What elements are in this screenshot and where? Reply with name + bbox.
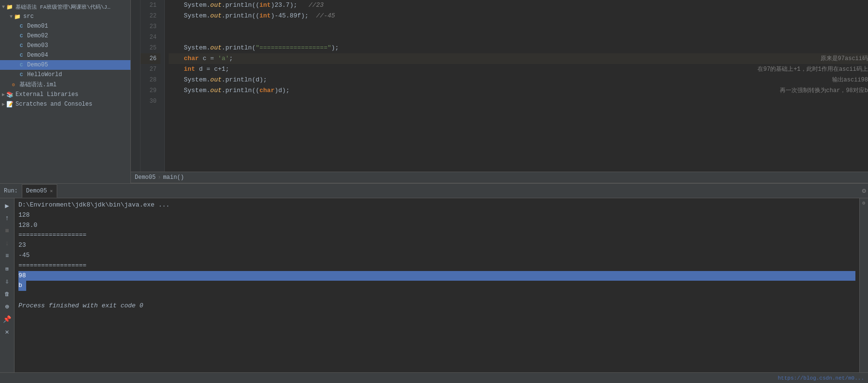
class-icon-demo02: C [17,32,25,40]
breadcrumb-file[interactable]: Demo05 [135,174,156,181]
expand-arrow-scratches: ▶ [2,101,5,107]
code-text-28: System.out.println(d); [169,75,813,85]
run-tab-demo05[interactable]: Demo05 ✕ [22,184,57,198]
scratches-icon: 📝 [6,100,14,108]
annotation-28: 输出ascii98 [832,75,868,85]
sidebar-ext-libraries-label: External Libraries [16,91,79,98]
run-settings-icon[interactable]: ⚙ [860,187,868,195]
breadcrumb-separator: › [158,174,161,181]
code-line-28: System.out.println(d); 输出ascii98 [169,75,868,85]
code-editor[interactable]: System.out.println((int)23.7); //23 Syst… [165,0,868,172]
line-num-22: 22 [141,11,160,21]
code-line-26: char c = 'a'; 原来是97ascii码 [169,53,868,64]
sidebar-item-demo05[interactable]: C Demo05 [0,60,130,70]
expand-arrow-src: ▼ [10,14,13,19]
code-text-29: System.out.println((char)d); [169,85,760,96]
run-tab-close[interactable]: ✕ [50,188,53,194]
folder-icon-root: 📁 [6,3,14,11]
sidebar-root-label: 基础语法 FA班级管理\网课班\代码\JavaSE\基 [16,3,112,11]
sidebar-item-demo02[interactable]: C Demo02 [0,31,130,41]
code-line-24 [169,32,868,43]
code-text-25: System.out.println("==================")… [169,43,868,53]
console-output[interactable]: D:\Environment\jdk8\jdk\bin\java.exe ...… [15,198,859,372]
code-line-21: System.out.println((int)23.7); //23 [169,0,868,11]
code-line-30 [169,96,868,107]
annotation-26: 原来是97ascii码 [821,53,868,64]
console-out-sep2: ================== [18,261,855,271]
class-icon-demo03: C [17,42,25,49]
status-url[interactable]: https://blog.csdn.net/m0... [778,375,864,381]
annotation-29: 再一次强制转换为char，98对应b [780,85,868,96]
class-icon-demo01: C [17,22,25,30]
console-out-b[interactable]: b [18,281,26,291]
sidebar-item-demo01[interactable]: C Demo01 [0,21,130,31]
down-button[interactable]: ↓ [2,238,13,249]
code-line-27: int d = c+1; 在97的基础上+1，此时1作用在ascii码上 [169,64,868,75]
code-text-26: char c = 'a'; [169,53,801,64]
console-toolbar: ▶ ↑ ■ ↓ ≡ ⊞ ⇩ 🗑 ⊕ 📌 ✕ [0,198,15,372]
run-tabs-bar: Run: Demo05 ✕ ⚙ [0,184,868,198]
class-icon-demo05: C [17,61,25,69]
clear-button[interactable]: 🗑 [2,288,13,299]
sidebar-demo03-label: Demo03 [27,42,48,49]
console-out-98[interactable]: 98 [18,271,855,281]
sidebar-item-iml[interactable]: ⚙ 基础语法.iml [0,80,130,90]
line-num-26: 26 [141,53,160,64]
sidebar-demo01-label: Demo01 [27,23,48,30]
gutter [131,0,141,172]
console-out-sep1: ================== [18,230,855,240]
line-num-28: 28 [141,75,160,85]
code-text-27: int d = c+1; [169,64,738,75]
filter-button[interactable]: ⊕ [2,301,13,312]
class-icon-helloworld: C [17,71,25,79]
line-num-30: 30 [141,96,160,107]
line-num-24: 24 [141,32,160,43]
code-line-22: System.out.println((int)-45.89f); //-45 [169,11,868,21]
console-out-23: 23 [18,240,855,251]
sidebar-item-external-libraries[interactable]: ▶ 📚 External Libraries [0,90,130,99]
annotation-27: 在97的基础上+1，此时1作用在ascii码上 [758,64,868,75]
console-wrapper: ▶ ↑ ■ ↓ ≡ ⊞ ⇩ 🗑 ⊕ 📌 ✕ D:\Environment\jdk… [0,198,868,372]
run-tab-label: Demo05 [26,188,47,194]
code-line-25: System.out.println("==================")… [169,43,868,53]
breadcrumb: Demo05 › main() [131,172,868,183]
status-bar: https://blog.csdn.net/m0... [0,372,868,383]
sidebar-item-demo03[interactable]: C Demo03 [0,41,130,50]
sidebar-item-helloworld[interactable]: C HelloWorld [0,70,130,80]
pin-button[interactable]: 📌 [2,314,13,324]
close-button[interactable]: ✕ [2,326,13,337]
run-settings-icon-area: ⚙ [860,184,868,198]
sidebar-src-label: src [23,13,34,20]
sidebar-scratches-label: Scratches and Consoles [16,101,92,108]
sidebar-item-demo04[interactable]: C Demo04 [0,50,130,60]
stop-button[interactable]: ■ [2,225,13,236]
expand-arrow-root: ▼ [2,4,5,10]
iml-icon: ⚙ [10,81,17,89]
scroll-end-button[interactable]: ⇩ [2,276,13,287]
console-empty-line [18,291,855,301]
line-num-29: 29 [141,85,160,96]
sidebar-item-root[interactable]: ▼ 📁 基础语法 FA班级管理\网课班\代码\JavaSE\基 [0,2,130,12]
console-exit-line: Process finished with exit code 0 [18,301,855,311]
line-num-21: 21 [141,0,160,11]
format-button[interactable]: ≡ [2,251,13,261]
console-out-neg45: -45 [18,251,855,261]
sidebar-demo04-label: Demo04 [27,52,48,59]
sidebar-item-scratches[interactable]: ▶ 📝 Scratches and Consoles [0,99,130,109]
code-text-21: System.out.println((int)23.7); //23 [169,0,868,11]
run-tabs-container: Demo05 ✕ [22,184,866,198]
line-num-25: 25 [141,43,160,53]
dump-button[interactable]: ⊞ [2,263,13,274]
breadcrumb-method[interactable]: main() [163,174,184,181]
code-text-22: System.out.println((int)-45.89f); //-45 [169,11,868,21]
sidebar-iml-label: 基础语法.iml [19,80,57,89]
rerun-button[interactable]: ↑ [2,213,13,223]
code-line-29: System.out.println((char)d); 再一次强制转换为cha… [169,85,868,96]
sidebar-item-src[interactable]: ▼ 📁 src [0,12,130,21]
right-settings-btn[interactable]: ⚙ [860,199,868,207]
main-container: ▼ 📁 基础语法 FA班级管理\网课班\代码\JavaSE\基 ▼ 📁 src … [0,0,868,183]
code-content: 21 22 23 24 25 26 27 28 29 30 System.out… [131,0,868,172]
lib-icon: 📚 [6,91,14,98]
console-out-128: 128 [18,210,855,221]
run-button[interactable]: ▶ [2,200,13,211]
